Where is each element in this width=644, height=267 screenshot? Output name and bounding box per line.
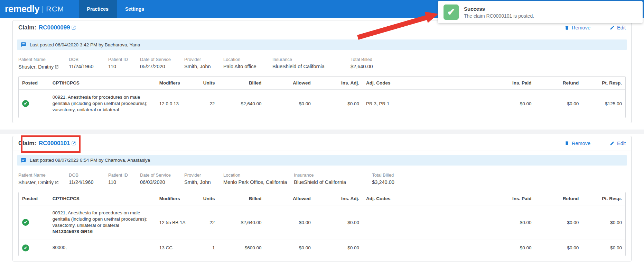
remove-button-label: Remove [572,141,590,146]
field-provider: Provider Smith, John [184,172,223,186]
claim-number-link[interactable]: RC0000101 [39,140,76,147]
col-refund: Refund [535,192,582,205]
col-billed: Billed [218,192,265,205]
field-value: 110 [108,179,133,185]
cell-allowed: $0.00 [265,205,314,240]
patient-info-row: Patient Name Shuster, Dmitriy DOB 11/24/… [13,166,631,188]
external-link-icon [71,25,76,30]
cell-allowed: $0.00 [265,240,314,256]
cell-ins-paid: $0.00 [456,205,535,240]
cell-modifiers: 13 CC [156,240,197,256]
pencil-icon [610,25,615,30]
brand-name: remedly [5,4,39,15]
claim-label: Claim: [18,24,36,31]
field-label: Patient Name [18,57,62,62]
col-pt-resp: Pt. Resp. [582,192,625,205]
cpt-description: 00921, Anesthesia for procedures on male… [53,94,152,113]
brand-divider: | [42,5,44,13]
cell-modifiers: 12 0 0 13 [156,90,197,118]
field-label: Provider [184,57,216,62]
external-link-icon [71,141,76,146]
field-label: Provider [184,172,216,178]
claim-actions: Remove Edit [564,141,626,146]
brand-suffix: RCM [46,5,64,13]
table-row: ✔ 80000, 13 CC 1 $600.00 $0.00 $0.00 $0.… [19,240,625,256]
field-label: Date of Service [140,57,177,62]
patient-name-value: Shuster, Dmitriy [18,64,54,70]
field-dob: DOB 11/24/1960 [69,172,108,186]
patient-name-link[interactable]: Shuster, Dmitriy [18,180,59,185]
remove-button[interactable]: Remove [564,141,590,146]
cell-units: 1 [196,240,218,256]
comment-icon [21,158,26,163]
cell-modifiers: 12 55 BB 1A [156,205,197,240]
col-billed: Billed [218,77,265,90]
cell-units: 22 [196,90,218,118]
col-ins-paid: Ins. Paid [456,192,535,205]
col-allowed: Allowed [265,77,314,90]
field-value: Palo Alto office [223,64,265,69]
col-ins-adj: Ins. Adj. [314,77,363,90]
last-posted-text: Last posted 08/07/2023 6:54 PM by Charno… [30,158,150,163]
field-location: Location Palo Alto office [223,57,272,70]
field-value: 11/24/1960 [69,179,101,185]
patient-name-link[interactable]: Shuster, Dmitriy [18,64,59,70]
field-label: Insurance [294,172,365,178]
cell-ins-adj: $0.00 [314,90,363,118]
cell-adj-codes: PR 3, PR 1 [363,90,456,118]
field-value: $2,640.00 [351,64,373,69]
field-label: Patient ID [108,172,133,178]
cell-adj-codes [363,205,456,240]
claim-actions: Remove Edit [564,25,626,30]
claim-lines-table: Posted CPT/HCPCS Modifiers Units Billed … [18,76,626,118]
claim-card-rc0000101: Claim: RC0000101 Remove Edit Last posted… [12,136,632,261]
edit-button-label: Edit [617,141,626,146]
claim-header: Claim: RC0000101 Remove Edit [13,136,631,151]
edit-button[interactable]: Edit [610,25,626,30]
field-insurance: Insurance BlueShield of California [294,172,372,186]
field-patient-id: Patient ID 110 [108,57,140,70]
tab-settings-label: Settings [125,6,144,12]
cpt-description: 00921, Anesthesia for procedures on male… [53,210,152,229]
remove-button[interactable]: Remove [564,25,590,30]
table-row: ✔ 00921, Anesthesia for procedures on ma… [19,205,625,240]
edit-button[interactable]: Edit [610,141,626,146]
posted-check-icon: ✔ [22,219,29,226]
edit-button-label: Edit [617,25,626,30]
field-value: $3,240.00 [372,179,394,185]
field-label: DOB [69,57,101,62]
field-label: Patient ID [108,57,133,62]
field-date-of-service: Date of Service 06/03/2020 [140,172,184,186]
trash-icon [564,141,569,146]
tab-practices[interactable]: Practices [79,0,117,18]
field-patient-name: Patient Name Shuster, Dmitriy [18,57,69,70]
toast-text: Success The claim RC0000101 is posted. [464,6,534,19]
field-value: Smith, John [184,64,216,69]
trash-icon [564,25,569,30]
cell-pt-resp: $0.00 [582,240,625,256]
col-units: Units [196,192,218,205]
toast-title: Success [464,6,534,12]
external-link-icon [55,65,59,69]
field-insurance: Insurance BlueShield of California [272,57,351,70]
cell-ins-paid: $0.00 [456,90,535,118]
field-total-billed: Total Billed $3,240.00 [372,172,401,186]
field-value: Smith, John [184,179,216,185]
cell-units: 22 [196,205,218,240]
col-modifiers: Modifiers [156,192,197,205]
pencil-icon [610,141,615,146]
claim-number-link[interactable]: RC0000099 [39,24,76,31]
last-posted-banner: Last posted 06/04/2020 3:42 PM by Bachar… [17,39,627,50]
col-adj-codes: Adj. Codes [363,192,456,205]
field-dob: DOB 11/24/1960 [69,57,108,70]
field-total-billed: Total Billed $2,640.00 [351,57,380,70]
tab-settings[interactable]: Settings [117,0,152,18]
external-link-icon [55,180,59,185]
toast-message: The claim RC0000101 is posted. [464,13,534,19]
claim-number: RC0000099 [39,24,70,31]
claim-number: RC0000101 [39,140,70,147]
cell-refund: $0.00 [535,205,582,240]
claim-lines-table: Posted CPT/HCPCS Modifiers Units Billed … [18,192,626,256]
section-separator [0,130,644,134]
field-patient-id: Patient ID 110 [108,172,140,186]
